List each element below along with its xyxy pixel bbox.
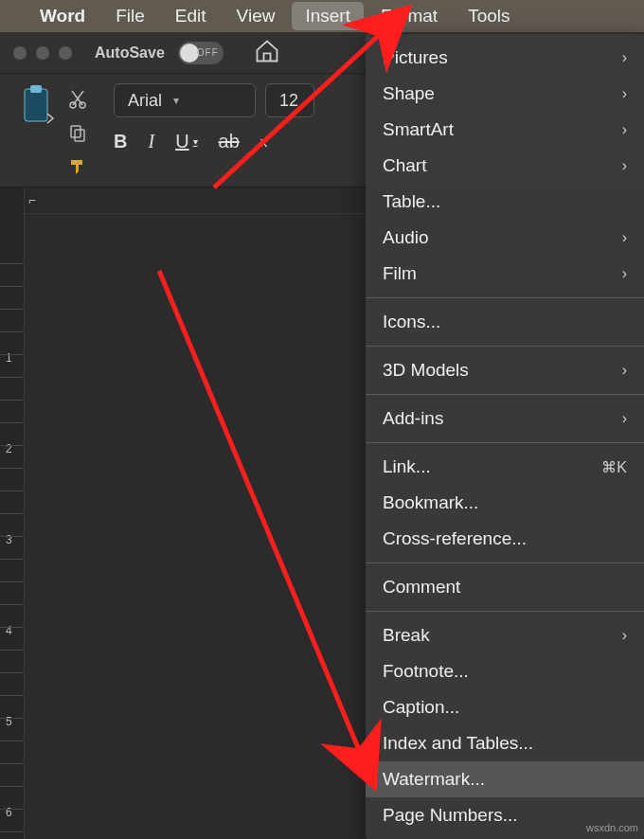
menu-item-bookmark[interactable]: Bookmark... — [366, 485, 644, 521]
chevron-right-icon: › — [622, 121, 627, 138]
menu-edit[interactable]: Edit — [162, 2, 220, 30]
menu-item-label: Watermark... — [383, 769, 485, 790]
font-name-value: Arial — [128, 91, 162, 111]
menu-item-3d-models[interactable]: 3D Models› — [366, 352, 644, 388]
menu-item-label: Chart — [383, 155, 426, 176]
menu-item-pictures[interactable]: Pictures› — [366, 40, 644, 76]
chevron-right-icon: › — [622, 410, 627, 427]
menu-view[interactable]: View — [224, 2, 289, 30]
menu-item-label: Icons... — [383, 312, 440, 332]
menu-item-index-and-tables[interactable]: Index and Tables... — [366, 725, 644, 761]
menu-item-label: Bookmark... — [383, 492, 478, 513]
menu-item-label: Footnote... — [383, 661, 469, 682]
font-group: Arial ▾ 12 B I U▾ ab x — [114, 83, 314, 181]
menu-item-cross-reference[interactable]: Cross-reference... — [366, 521, 644, 557]
menu-item-shape[interactable]: Shape› — [366, 76, 644, 112]
font-size-value: 12 — [279, 91, 298, 111]
bold-button[interactable]: B — [114, 131, 127, 152]
chevron-right-icon: › — [622, 627, 627, 644]
menu-item-label: Break — [383, 625, 430, 646]
menu-item-label: Page Numbers... — [383, 805, 518, 826]
menu-item-icons[interactable]: Icons... — [366, 304, 644, 340]
svg-rect-5 — [75, 130, 84, 141]
menu-item-table[interactable]: Table... — [366, 184, 644, 220]
menu-item-label: Index and Tables... — [383, 733, 533, 754]
menu-item-smartart[interactable]: SmartArt› — [366, 112, 644, 148]
svg-rect-0 — [25, 89, 47, 121]
menu-item-label: Shape — [383, 83, 435, 104]
vertical-ruler: 123456 — [0, 187, 25, 839]
cut-icon[interactable] — [68, 89, 89, 114]
autosave-state: OFF — [197, 47, 219, 58]
italic-button[interactable]: I — [148, 131, 154, 152]
format-painter-icon[interactable] — [68, 157, 89, 182]
menu-item-label: Audio — [383, 227, 429, 248]
traffic-lights — [13, 46, 72, 60]
menu-item-watermark[interactable]: Watermark... — [366, 761, 644, 797]
chevron-right-icon: › — [622, 362, 627, 379]
menu-item-comment[interactable]: Comment — [366, 569, 644, 605]
menu-item-label: Add-ins — [383, 408, 443, 429]
autosave-label: AutoSave — [95, 45, 165, 62]
menu-item-label: Film — [383, 263, 417, 284]
chevron-right-icon: › — [622, 229, 627, 246]
menu-item-label: Table... — [383, 191, 440, 212]
chevron-right-icon: › — [622, 85, 627, 102]
zoom-dot[interactable] — [59, 46, 72, 60]
chevron-right-icon: › — [622, 157, 627, 174]
menu-item-link[interactable]: Link...⌘K — [366, 449, 644, 485]
chevron-right-icon: › — [622, 265, 627, 282]
underline-button[interactable]: U▾ — [175, 131, 197, 152]
menu-item-label: Link... — [383, 456, 431, 477]
chevron-down-icon: ▾ — [173, 94, 179, 107]
source-watermark: wsxdn.com — [586, 822, 638, 833]
menu-item-audio[interactable]: Audio› — [366, 220, 644, 256]
copy-icon[interactable] — [68, 123, 89, 148]
tab-marker-icon: ⌐ — [28, 193, 36, 207]
menu-item-chart[interactable]: Chart› — [366, 148, 644, 184]
close-dot[interactable] — [13, 46, 27, 60]
menu-item-film[interactable]: Film› — [366, 256, 644, 292]
insert-menu: Pictures›Shape›SmartArt›Chart›Table...Au… — [366, 34, 644, 839]
menu-insert[interactable]: Insert — [292, 2, 364, 30]
menu-item-label: Cross-reference... — [383, 528, 527, 549]
paste-icon[interactable] — [19, 83, 59, 133]
menu-item-caption[interactable]: Caption... — [366, 689, 644, 725]
menu-format[interactable]: Format — [367, 2, 451, 30]
menu-item-footnote[interactable]: Footnote... — [366, 653, 644, 689]
mac-menubar: Word File Edit View Insert Format Tools — [0, 0, 644, 32]
strikethrough-button[interactable]: ab — [219, 131, 240, 152]
paste-group: Paste — [13, 83, 95, 181]
svg-rect-1 — [30, 85, 42, 93]
svg-rect-4 — [71, 126, 80, 137]
menu-item-label: 3D Models — [383, 360, 469, 381]
chevron-right-icon: › — [622, 49, 627, 66]
menu-item-break[interactable]: Break› — [366, 617, 644, 653]
menu-item-label: Pictures — [383, 47, 448, 68]
menu-item-add-ins[interactable]: Add-ins› — [366, 401, 644, 437]
font-size-combo[interactable]: 12 — [265, 83, 314, 117]
menu-file[interactable]: File — [102, 2, 158, 30]
toggle-knob — [180, 44, 199, 62]
font-name-combo[interactable]: Arial ▾ — [114, 83, 256, 117]
menu-shortcut: ⌘K — [601, 458, 627, 476]
min-dot[interactable] — [36, 46, 49, 60]
menu-app-name[interactable]: Word — [27, 2, 98, 30]
home-icon[interactable] — [254, 38, 280, 68]
menu-item-label: Caption... — [383, 697, 459, 718]
menu-item-label: Comment — [383, 577, 460, 598]
superscript-button[interactable]: x — [260, 134, 268, 150]
autosave-toggle[interactable]: OFF — [178, 42, 224, 64]
menu-item-label: SmartArt — [383, 119, 454, 140]
menu-tools[interactable]: Tools — [455, 2, 523, 30]
